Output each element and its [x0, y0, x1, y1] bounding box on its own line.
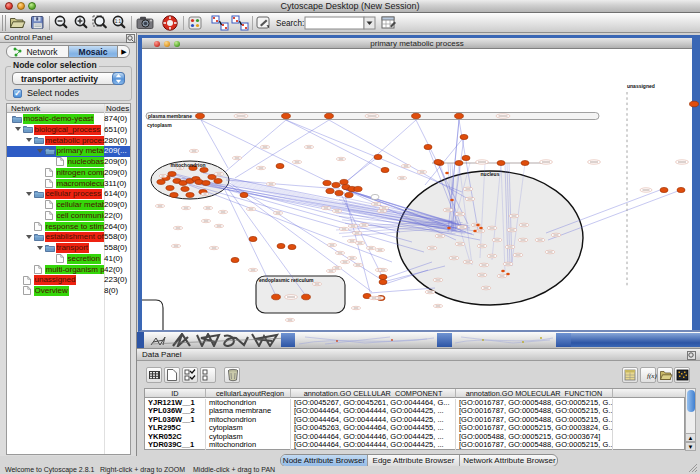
svg-text:unassigned: unassigned	[627, 83, 655, 89]
svg-text:Search:: Search:	[276, 19, 304, 28]
svg-text:mitochondrion: mitochondrion	[171, 162, 206, 168]
svg-text:cytoplasm: cytoplasm	[147, 122, 172, 128]
svg-text:nucleus: nucleus	[481, 171, 500, 177]
svg-text:1:1: 1:1	[115, 19, 122, 24]
svg-text:f(x): f(x)	[647, 372, 657, 380]
svg-text:endoplasmic reticulum: endoplasmic reticulum	[259, 277, 314, 283]
svg-text:plasma membrane: plasma membrane	[148, 113, 192, 119]
